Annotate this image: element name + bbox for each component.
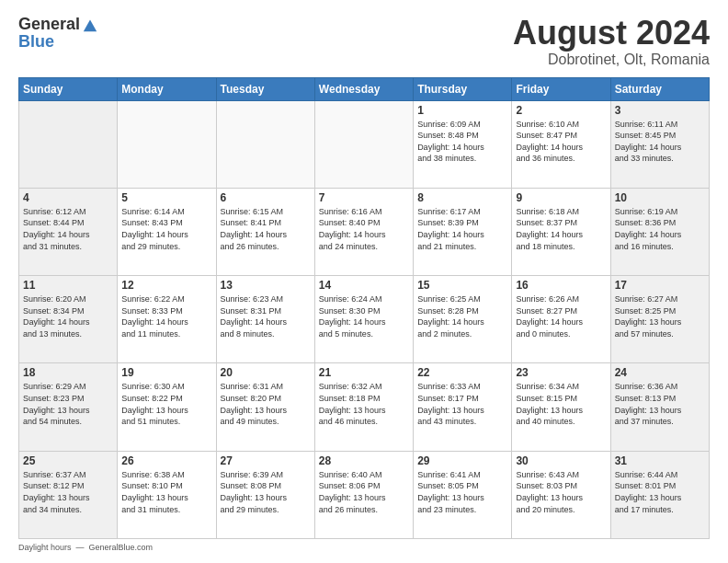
calendar-cell: 11Sunrise: 6:20 AM Sunset: 8:34 PM Dayli… xyxy=(19,276,118,363)
day-number: 7 xyxy=(319,191,409,204)
day-info: Sunrise: 6:22 AM Sunset: 8:33 PM Dayligh… xyxy=(121,293,211,339)
day-info: Sunrise: 6:27 AM Sunset: 8:25 PM Dayligh… xyxy=(615,293,705,339)
calendar-cell: 25Sunrise: 6:37 AM Sunset: 8:12 PM Dayli… xyxy=(19,451,118,538)
day-info: Sunrise: 6:15 AM Sunset: 8:41 PM Dayligh… xyxy=(221,206,311,252)
calendar-cell: 22Sunrise: 6:33 AM Sunset: 8:17 PM Dayli… xyxy=(414,363,512,451)
calendar-week-1: 1Sunrise: 6:09 AM Sunset: 8:48 PM Daylig… xyxy=(19,100,710,188)
calendar-cell: 10Sunrise: 6:19 AM Sunset: 8:36 PM Dayli… xyxy=(610,188,709,275)
day-number: 22 xyxy=(417,366,507,379)
day-info: Sunrise: 6:16 AM Sunset: 8:40 PM Dayligh… xyxy=(319,206,409,252)
day-number: 4 xyxy=(23,191,113,204)
logo-text: General Blue xyxy=(18,15,98,50)
day-number: 18 xyxy=(23,366,113,379)
calendar-cell xyxy=(314,100,413,188)
day-number: 17 xyxy=(615,279,705,292)
calendar-cell xyxy=(118,100,216,188)
day-number: 14 xyxy=(319,279,409,292)
day-number: 5 xyxy=(121,191,211,204)
calendar-cell: 2Sunrise: 6:10 AM Sunset: 8:47 PM Daylig… xyxy=(512,100,610,188)
calendar-cell: 12Sunrise: 6:22 AM Sunset: 8:33 PM Dayli… xyxy=(118,276,216,363)
calendar-week-5: 25Sunrise: 6:37 AM Sunset: 8:12 PM Dayli… xyxy=(19,451,710,538)
calendar-cell: 21Sunrise: 6:32 AM Sunset: 8:18 PM Dayli… xyxy=(314,363,413,451)
day-info: Sunrise: 6:20 AM Sunset: 8:34 PM Dayligh… xyxy=(23,293,113,339)
logo: General Blue xyxy=(18,15,98,50)
calendar-cell: 18Sunrise: 6:29 AM Sunset: 8:23 PM Dayli… xyxy=(19,363,118,451)
logo-general: General xyxy=(18,16,80,32)
day-number: 6 xyxy=(221,191,311,204)
day-number: 21 xyxy=(319,366,409,379)
day-number: 26 xyxy=(121,454,211,467)
calendar-cell: 1Sunrise: 6:09 AM Sunset: 8:48 PM Daylig… xyxy=(414,100,512,188)
calendar-week-4: 18Sunrise: 6:29 AM Sunset: 8:23 PM Dayli… xyxy=(19,363,710,451)
day-number: 16 xyxy=(516,279,606,292)
source-label: GeneralBlue.com xyxy=(89,543,154,552)
calendar-cell xyxy=(19,100,118,188)
day-info: Sunrise: 6:37 AM Sunset: 8:12 PM Dayligh… xyxy=(23,469,113,515)
day-info: Sunrise: 6:19 AM Sunset: 8:36 PM Dayligh… xyxy=(615,206,705,252)
day-info: Sunrise: 6:10 AM Sunset: 8:47 PM Dayligh… xyxy=(516,119,606,165)
calendar-week-3: 11Sunrise: 6:20 AM Sunset: 8:34 PM Dayli… xyxy=(19,276,710,363)
calendar-cell: 28Sunrise: 6:40 AM Sunset: 8:06 PM Dayli… xyxy=(314,451,413,538)
calendar-cell: 15Sunrise: 6:25 AM Sunset: 8:28 PM Dayli… xyxy=(414,276,512,363)
calendar-cell: 31Sunrise: 6:44 AM Sunset: 8:01 PM Dayli… xyxy=(610,451,709,538)
day-number: 13 xyxy=(221,279,311,292)
daylight-label: Daylight hours xyxy=(18,543,72,552)
day-number: 30 xyxy=(516,454,606,467)
day-number: 19 xyxy=(121,366,211,379)
day-info: Sunrise: 6:38 AM Sunset: 8:10 PM Dayligh… xyxy=(121,469,211,515)
day-number: 15 xyxy=(417,279,507,292)
page: General Blue August 2024 Dobrotinet, Olt… xyxy=(0,0,728,563)
subtitle: Dobrotinet, Olt, Romania xyxy=(513,52,710,68)
calendar-cell: 7Sunrise: 6:16 AM Sunset: 8:40 PM Daylig… xyxy=(314,188,413,275)
day-number: 25 xyxy=(23,454,113,467)
day-info: Sunrise: 6:25 AM Sunset: 8:28 PM Dayligh… xyxy=(417,293,507,339)
day-info: Sunrise: 6:33 AM Sunset: 8:17 PM Dayligh… xyxy=(417,381,507,427)
day-number: 31 xyxy=(615,454,705,467)
calendar-cell xyxy=(216,100,314,188)
calendar-cell: 30Sunrise: 6:43 AM Sunset: 8:03 PM Dayli… xyxy=(512,451,610,538)
calendar-cell: 3Sunrise: 6:11 AM Sunset: 8:45 PM Daylig… xyxy=(610,100,709,188)
main-title: August 2024 xyxy=(513,15,710,52)
calendar-cell: 16Sunrise: 6:26 AM Sunset: 8:27 PM Dayli… xyxy=(512,276,610,363)
calendar-cell: 4Sunrise: 6:12 AM Sunset: 8:44 PM Daylig… xyxy=(19,188,118,275)
calendar-header-wednesday: Wednesday xyxy=(314,77,413,100)
day-number: 11 xyxy=(23,279,113,292)
day-number: 2 xyxy=(516,104,606,117)
calendar-cell: 17Sunrise: 6:27 AM Sunset: 8:25 PM Dayli… xyxy=(610,276,709,363)
day-info: Sunrise: 6:26 AM Sunset: 8:27 PM Dayligh… xyxy=(516,293,606,339)
day-number: 27 xyxy=(221,454,311,467)
day-info: Sunrise: 6:09 AM Sunset: 8:48 PM Dayligh… xyxy=(417,119,507,165)
day-info: Sunrise: 6:41 AM Sunset: 8:05 PM Dayligh… xyxy=(417,469,507,515)
day-info: Sunrise: 6:31 AM Sunset: 8:20 PM Dayligh… xyxy=(221,381,311,427)
calendar-cell: 8Sunrise: 6:17 AM Sunset: 8:39 PM Daylig… xyxy=(414,188,512,275)
day-info: Sunrise: 6:29 AM Sunset: 8:23 PM Dayligh… xyxy=(23,381,113,427)
day-number: 10 xyxy=(615,191,705,204)
calendar-cell: 23Sunrise: 6:34 AM Sunset: 8:15 PM Dayli… xyxy=(512,363,610,451)
day-number: 3 xyxy=(615,104,705,117)
day-number: 20 xyxy=(221,366,311,379)
day-info: Sunrise: 6:43 AM Sunset: 8:03 PM Dayligh… xyxy=(516,469,606,515)
calendar-cell: 29Sunrise: 6:41 AM Sunset: 8:05 PM Dayli… xyxy=(414,451,512,538)
day-info: Sunrise: 6:17 AM Sunset: 8:39 PM Dayligh… xyxy=(417,206,507,252)
logo-icon xyxy=(82,17,98,33)
calendar-cell: 6Sunrise: 6:15 AM Sunset: 8:41 PM Daylig… xyxy=(216,188,314,275)
calendar-header-friday: Friday xyxy=(512,77,610,100)
day-number: 12 xyxy=(121,279,211,292)
calendar-cell: 19Sunrise: 6:30 AM Sunset: 8:22 PM Dayli… xyxy=(118,363,216,451)
calendar-week-2: 4Sunrise: 6:12 AM Sunset: 8:44 PM Daylig… xyxy=(19,188,710,275)
calendar-cell: 13Sunrise: 6:23 AM Sunset: 8:31 PM Dayli… xyxy=(216,276,314,363)
footer: Daylight hours — GeneralBlue.com xyxy=(18,543,710,552)
day-info: Sunrise: 6:32 AM Sunset: 8:18 PM Dayligh… xyxy=(319,381,409,427)
calendar-header-row: SundayMondayTuesdayWednesdayThursdayFrid… xyxy=(19,77,710,100)
day-number: 8 xyxy=(417,191,507,204)
day-number: 23 xyxy=(516,366,606,379)
day-info: Sunrise: 6:40 AM Sunset: 8:06 PM Dayligh… xyxy=(319,469,409,515)
day-info: Sunrise: 6:18 AM Sunset: 8:37 PM Dayligh… xyxy=(516,206,606,252)
calendar-cell: 5Sunrise: 6:14 AM Sunset: 8:43 PM Daylig… xyxy=(118,188,216,275)
logo-blue: Blue xyxy=(18,33,98,50)
day-number: 24 xyxy=(615,366,705,379)
calendar-cell: 14Sunrise: 6:24 AM Sunset: 8:30 PM Dayli… xyxy=(314,276,413,363)
title-block: August 2024 Dobrotinet, Olt, Romania xyxy=(513,15,710,68)
day-number: 9 xyxy=(516,191,606,204)
day-info: Sunrise: 6:23 AM Sunset: 8:31 PM Dayligh… xyxy=(221,293,311,339)
